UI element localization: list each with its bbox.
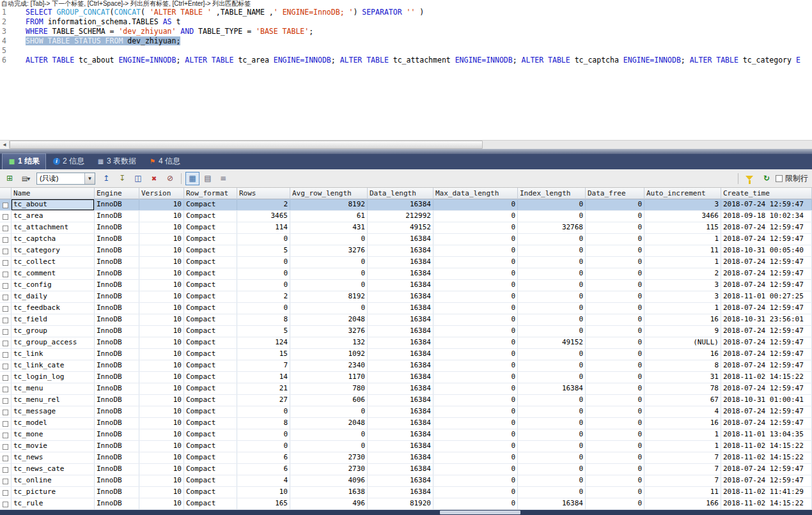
row-select-cell[interactable]: [0, 314, 12, 325]
cell-data_free[interactable]: 0: [586, 211, 644, 222]
cell-max_data_length[interactable]: 0: [433, 349, 518, 360]
editor-scrollbar-thumb[interactable]: [10, 141, 483, 149]
cell-auto_increment[interactable]: 16: [644, 418, 721, 429]
cell-avg_row_length[interactable]: 61: [290, 211, 368, 222]
cell-name[interactable]: tc_field: [12, 314, 95, 325]
save-changes-icon[interactable]: [131, 172, 145, 185]
cell-data_length[interactable]: 49152: [368, 222, 433, 233]
column-header-create_time[interactable]: Create_time: [721, 188, 812, 199]
tab-result[interactable]: 1 结果: [2, 153, 46, 169]
cell-version[interactable]: 10: [139, 464, 184, 475]
table-row[interactable]: tc_menu_relInnoDB10Compact27606163840006…: [0, 395, 812, 406]
cell-engine[interactable]: InnoDB: [95, 303, 139, 314]
table-row[interactable]: tc_aboutInnoDB10Compact28192163840003201…: [0, 199, 812, 211]
cell-version[interactable]: 10: [139, 211, 184, 222]
row-checkbox[interactable]: [3, 444, 8, 450]
row-select-cell[interactable]: [0, 291, 12, 302]
cell-data_length[interactable]: 16384: [368, 349, 433, 360]
cell-max_data_length[interactable]: 0: [433, 245, 518, 256]
code-line[interactable]: SELECT GROUP_CONCAT(CONCAT( 'ALTER TABLE…: [26, 8, 812, 17]
tab-query-info[interactable]: 4 信息: [143, 154, 186, 169]
cell-data_free[interactable]: 0: [586, 406, 644, 417]
cell-rows[interactable]: 0: [237, 280, 290, 291]
column-header-avg_row_length[interactable]: Avg_row_length: [290, 188, 368, 199]
cell-engine[interactable]: InnoDB: [95, 475, 139, 486]
cell-data_length[interactable]: 16384: [368, 441, 433, 452]
column-header-name[interactable]: Name: [12, 188, 95, 199]
cell-row_format[interactable]: Compact: [184, 222, 237, 233]
cell-avg_row_length[interactable]: 780: [290, 383, 368, 394]
cell-data_length[interactable]: 16384: [368, 383, 433, 394]
cell-row_format[interactable]: Compact: [184, 199, 237, 210]
cell-data_free[interactable]: 0: [586, 372, 644, 383]
cell-name[interactable]: tc_category: [12, 245, 95, 256]
cell-index_length[interactable]: 0: [518, 406, 586, 417]
cell-auto_increment[interactable]: 9: [644, 326, 721, 337]
cell-avg_row_length[interactable]: 8192: [290, 199, 368, 210]
cell-data_free[interactable]: 0: [586, 257, 644, 268]
cell-rows[interactable]: 0: [237, 257, 290, 268]
row-checkbox[interactable]: [3, 421, 8, 427]
cell-engine[interactable]: InnoDB: [95, 280, 139, 291]
export-data-icon[interactable]: [99, 172, 113, 185]
cell-auto_increment[interactable]: 31: [644, 372, 721, 383]
cell-data_length[interactable]: 16384: [368, 406, 433, 417]
cell-index_length[interactable]: 0: [518, 234, 586, 245]
cell-data_length[interactable]: 16384: [368, 280, 433, 291]
cell-data_length[interactable]: 16384: [368, 360, 433, 371]
cell-data_free[interactable]: 0: [586, 441, 644, 452]
cell-index_length[interactable]: 0: [518, 291, 586, 302]
row-select-cell[interactable]: [0, 245, 12, 256]
table-row[interactable]: tc_movieInnoDB10Compact001638400012018-1…: [0, 441, 812, 452]
cell-avg_row_length[interactable]: 0: [290, 303, 368, 314]
cell-max_data_length[interactable]: 0: [433, 429, 518, 440]
table-row[interactable]: tc_onlineInnoDB10Compact4409616384000720…: [0, 475, 812, 487]
cell-data_length[interactable]: 81920: [368, 498, 433, 509]
table-row[interactable]: tc_pictureInnoDB10Compact101638163840001…: [0, 487, 812, 498]
cell-version[interactable]: 10: [139, 268, 184, 279]
table-row[interactable]: tc_news_cateInnoDB10Compact6273016384000…: [0, 464, 812, 475]
cell-max_data_length[interactable]: 0: [433, 464, 518, 475]
row-checkbox[interactable]: [3, 341, 8, 346]
cell-data_length[interactable]: 16384: [368, 326, 433, 337]
cell-version[interactable]: 10: [139, 222, 184, 233]
table-row[interactable]: tc_attachmentInnoDB10Compact114431491520…: [0, 222, 812, 234]
row-select-cell[interactable]: [0, 406, 12, 417]
row-checkbox[interactable]: [3, 329, 8, 335]
cell-name[interactable]: tc_picture: [12, 487, 95, 498]
cell-create_time[interactable]: 2018-11-01 00:27:25: [721, 291, 812, 302]
column-header-data_free[interactable]: Data_free: [586, 188, 644, 199]
pane-splitter[interactable]: [0, 149, 812, 154]
cell-row_format[interactable]: Compact: [184, 498, 237, 509]
cell-row_format[interactable]: Compact: [184, 360, 237, 371]
cell-index_length[interactable]: 0: [518, 395, 586, 406]
cell-avg_row_length[interactable]: 606: [290, 395, 368, 406]
cell-create_time[interactable]: 2018-07-24 12:59:47: [721, 234, 812, 245]
row-select-cell[interactable]: [0, 487, 12, 498]
cell-create_time[interactable]: 2018-11-02 11:41:29: [721, 487, 812, 498]
cell-name[interactable]: tc_link_cate: [12, 360, 95, 371]
cell-name[interactable]: tc_menu_rel: [12, 395, 95, 406]
cell-avg_row_length[interactable]: 2048: [290, 418, 368, 429]
cell-max_data_length[interactable]: 0: [433, 487, 518, 498]
cell-auto_increment[interactable]: 7: [644, 464, 721, 475]
cell-rows[interactable]: 10: [237, 487, 290, 498]
cell-rows[interactable]: 7: [237, 360, 290, 371]
cell-rows[interactable]: 27: [237, 395, 290, 406]
cell-index_length[interactable]: 0: [518, 211, 586, 222]
cell-name[interactable]: tc_movie: [12, 441, 95, 452]
cell-max_data_length[interactable]: 0: [433, 303, 518, 314]
cell-create_time[interactable]: 2018-10-31 00:05:40: [721, 245, 812, 256]
cell-engine[interactable]: InnoDB: [95, 199, 139, 210]
cell-data_free[interactable]: 0: [586, 395, 644, 406]
row-select-cell[interactable]: [0, 498, 12, 509]
cell-engine[interactable]: InnoDB: [95, 234, 139, 245]
cell-version[interactable]: 10: [139, 337, 184, 348]
cell-data_free[interactable]: 0: [586, 475, 644, 486]
cell-engine[interactable]: InnoDB: [95, 406, 139, 417]
code-line[interactable]: SHOW TABLE STATUS FROM dev_zhiyuan;: [26, 36, 812, 46]
code-line[interactable]: ALTER TABLE tc_about ENGINE=INNODB; ALTE…: [26, 56, 812, 65]
cell-avg_row_length[interactable]: 431: [290, 222, 368, 233]
cell-rows[interactable]: 0: [237, 441, 290, 452]
column-header-auto_increment[interactable]: Auto_increment: [644, 188, 721, 199]
